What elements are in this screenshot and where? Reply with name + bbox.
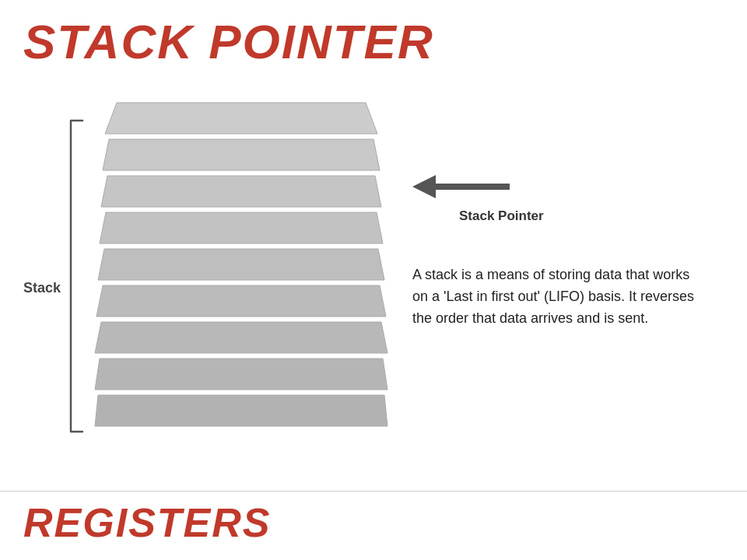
bottom-title: REGISTERS (23, 499, 272, 546)
stack-visual (93, 101, 389, 451)
stack-pointer-label: Stack Pointer (459, 208, 544, 224)
svg-marker-7 (95, 359, 388, 390)
stack-layer-8 (93, 357, 389, 391)
stack-bracket (56, 101, 93, 451)
svg-marker-4 (98, 249, 384, 280)
stack-label: Stack (23, 280, 61, 296)
svg-marker-5 (96, 285, 386, 317)
stack-layer-4 (93, 211, 389, 245)
stack-pointer-arrow (412, 167, 514, 206)
svg-marker-1 (103, 139, 380, 170)
svg-rect-9 (436, 184, 510, 190)
stack-layer-3 (93, 174, 389, 208)
stack-layer-6 (93, 284, 389, 318)
stack-layer-1 (93, 101, 389, 135)
svg-marker-6 (95, 322, 388, 353)
stack-layer-5 (93, 247, 389, 282)
svg-marker-8 (95, 395, 388, 426)
page-container: STACK POINTER Stack (0, 0, 747, 560)
svg-marker-3 (100, 212, 383, 243)
svg-marker-0 (105, 103, 377, 134)
description-text: A stack is a means of storing data that … (412, 264, 708, 330)
bottom-rule (0, 491, 747, 492)
svg-marker-2 (101, 176, 381, 207)
stack-layer-2 (93, 138, 389, 172)
svg-marker-10 (412, 175, 436, 198)
stack-layer-9 (93, 394, 389, 428)
main-title: STACK POINTER (23, 14, 434, 69)
stack-layer-7 (93, 320, 389, 355)
